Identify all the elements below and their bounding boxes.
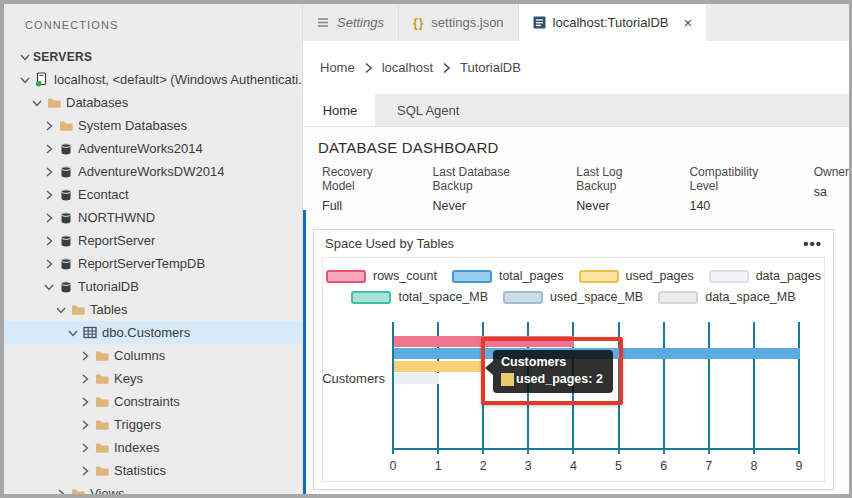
property-label: Compatibility Level <box>689 165 787 193</box>
tree-item-adventureworksdw2014[interactable]: AdventureWorksDW2014 <box>4 160 302 183</box>
property-last-log-backup: Last Log BackupNever <box>576 165 663 213</box>
legend-label: rows_count <box>373 269 437 283</box>
database-icon <box>57 165 74 179</box>
tree-item-keys[interactable]: Keys <box>4 367 302 390</box>
tree-item-label: Views <box>90 486 124 494</box>
tree-item-reportserver[interactable]: ReportServer <box>4 229 302 252</box>
property-value: Never <box>433 199 551 213</box>
tab-localhost-tutorialdb[interactable]: localhost:TutorialDB × <box>519 4 707 41</box>
ellipsis-menu-icon[interactable]: ••• <box>803 239 822 249</box>
chevron-right-icon[interactable] <box>52 488 69 495</box>
chevron-right-icon[interactable] <box>40 235 57 247</box>
gridline <box>798 322 800 454</box>
close-icon[interactable]: × <box>683 15 692 30</box>
x-axis-tick-label: 5 <box>608 459 630 473</box>
tree-item-statistics[interactable]: Statistics <box>4 459 302 482</box>
x-axis-tick-label: 1 <box>427 459 449 473</box>
legend-item-total_space_MB[interactable]: total_space_MB <box>351 290 488 304</box>
tree-item-views[interactable]: Views <box>4 482 302 494</box>
legend-item-rows_count[interactable]: rows_count <box>326 269 437 283</box>
legend-row: rows_counttotal_pagesused_pagesdata_page… <box>323 269 824 283</box>
folder-icon <box>93 372 110 385</box>
tree-item-econtact[interactable]: Econtact <box>4 183 302 206</box>
chevron-right-icon[interactable] <box>40 166 57 178</box>
tree-item-adventureworks2014[interactable]: AdventureWorks2014 <box>4 137 302 160</box>
tree-item-servers[interactable]: SERVERS <box>4 45 302 68</box>
chevron-right-icon[interactable] <box>76 419 93 431</box>
tree-item-localhost-default-windows-authenticati[interactable]: localhost, <default> (Windows Authentica… <box>4 68 302 91</box>
chart-legend: rows_counttotal_pagesused_pagesdata_page… <box>323 269 824 304</box>
tree-item-tutorialdb[interactable]: TutorialDB <box>4 275 302 298</box>
chevron-down-icon[interactable] <box>16 74 33 86</box>
folder-icon <box>57 119 74 132</box>
breadcrumb-home[interactable]: Home <box>320 60 355 75</box>
chevron-right-icon[interactable] <box>76 442 93 454</box>
chevron-down-icon[interactable] <box>40 281 57 293</box>
x-axis-tick-label: 4 <box>562 459 584 473</box>
chevron-right-icon[interactable] <box>40 120 57 132</box>
chevron-right-icon[interactable] <box>76 396 93 408</box>
folder-icon <box>93 349 110 362</box>
chevron-right-icon[interactable] <box>76 350 93 362</box>
chart-container: rows_counttotal_pagesused_pagesdata_page… <box>322 257 825 482</box>
property-owner: Ownersa <box>814 165 849 213</box>
legend-item-data_pages[interactable]: data_pages <box>709 269 821 283</box>
legend-item-total_pages[interactable]: total_pages <box>452 269 564 283</box>
tree-item-label: ReportServerTempDB <box>78 256 205 271</box>
folder-icon <box>93 441 110 454</box>
folder-icon <box>93 418 110 431</box>
breadcrumb-localhost[interactable]: localhost <box>382 60 433 75</box>
property-value: Full <box>322 199 407 213</box>
database-dashboard: Home SQL Agent DATABASE DASHBOARD Recove… <box>303 94 849 494</box>
tab-label: settings.json <box>431 15 503 30</box>
chevron-right-icon[interactable] <box>40 143 57 155</box>
tab-settings-json[interactable]: {} settings.json <box>399 4 519 41</box>
chevron-right-icon[interactable] <box>40 258 57 270</box>
editor-area: Settings {} settings.json localhost:Tuto… <box>303 4 849 494</box>
table-icon <box>81 326 98 339</box>
chevron-right-icon[interactable] <box>76 373 93 385</box>
legend-item-used_space_MB[interactable]: used_space_MB <box>503 290 643 304</box>
folder-icon <box>45 96 62 109</box>
tree-item-columns[interactable]: Columns <box>4 344 302 367</box>
tree-item-dbo-customers[interactable]: dbo.Customers <box>4 321 302 344</box>
chevron-down-icon[interactable] <box>28 97 45 109</box>
chevron-right-icon <box>442 62 451 74</box>
tree-item-system-databases[interactable]: System Databases <box>4 114 302 137</box>
dashboard-tab-home[interactable]: Home <box>305 94 375 126</box>
bar-data_pages[interactable] <box>394 373 439 384</box>
tree-item-label: Statistics <box>114 463 166 478</box>
property-value: Never <box>576 199 663 213</box>
x-axis-tick-label: 8 <box>743 459 765 473</box>
property-value: sa <box>814 185 849 199</box>
editor-tab-bar: Settings {} settings.json localhost:Tuto… <box>303 4 849 41</box>
tree-item-indexes[interactable]: Indexes <box>4 436 302 459</box>
panel-focus-border[interactable] <box>303 210 306 494</box>
tab-settings[interactable]: Settings <box>303 4 399 41</box>
breadcrumb-tutorialdb[interactable]: TutorialDB <box>460 60 521 75</box>
folder-icon <box>69 303 86 316</box>
tree-item-reportservertempdb[interactable]: ReportServerTempDB <box>4 252 302 275</box>
legend-item-used_pages[interactable]: used_pages <box>579 269 694 283</box>
legend-swatch-icon <box>452 270 492 283</box>
tree-item-triggers[interactable]: Triggers <box>4 413 302 436</box>
tree-item-databases[interactable]: Databases <box>4 91 302 114</box>
breadcrumb: Home localhost TutorialDB <box>303 41 849 94</box>
chevron-right-icon[interactable] <box>40 189 57 201</box>
property-label: Owner <box>814 165 849 179</box>
chevron-down-icon[interactable] <box>64 327 81 339</box>
property-recovery-model: Recovery ModelFull <box>322 165 407 213</box>
tree-item-label: localhost, <default> (Windows Authentica… <box>54 72 302 87</box>
widget-title: Space Used by Tables <box>325 236 454 251</box>
chevron-down-icon[interactable] <box>16 51 33 63</box>
chevron-down-icon[interactable] <box>52 304 69 316</box>
tree-item-tables[interactable]: Tables <box>4 298 302 321</box>
tree-item-constraints[interactable]: Constraints <box>4 390 302 413</box>
tree-item-northwnd[interactable]: NORTHWND <box>4 206 302 229</box>
legend-swatch-icon <box>351 291 391 304</box>
dashboard-tab-sql-agent[interactable]: SQL Agent <box>375 94 481 126</box>
legend-item-data_space_MB[interactable]: data_space_MB <box>658 290 795 304</box>
chevron-right-icon[interactable] <box>40 212 57 224</box>
chevron-right-icon[interactable] <box>76 465 93 477</box>
bar-used_pages[interactable] <box>394 361 484 372</box>
